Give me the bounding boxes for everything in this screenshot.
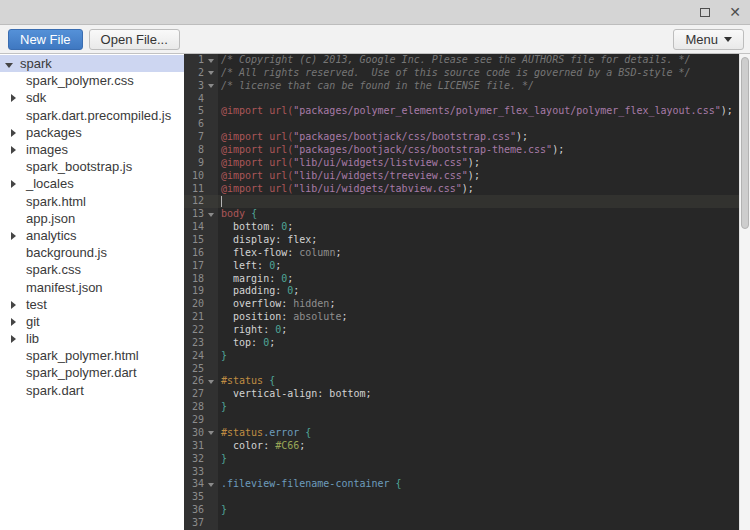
code-line-8[interactable]: 8@import url("packages/bootjack/css/boot… <box>184 144 739 157</box>
folder-expand-arrow-icon[interactable] <box>11 314 21 329</box>
line-number: 4 <box>184 93 204 106</box>
sidebar-file-spark.html[interactable]: spark.html <box>0 193 184 210</box>
menu-button[interactable]: Menu <box>673 29 744 50</box>
code-line-20[interactable]: 20 overflow: hidden; <box>184 298 739 311</box>
line-number: 15 <box>184 234 204 247</box>
sidebar-folder-analytics[interactable]: analytics <box>0 227 184 244</box>
code-editor[interactable]: 1/* Copyright (c) 2013, Google Inc. Plea… <box>184 54 739 530</box>
sidebar-folder-test[interactable]: test <box>0 296 184 313</box>
gutter-cell: 1 <box>184 54 218 67</box>
code-line-19[interactable]: 19 padding: 0; <box>184 285 739 298</box>
code-line-35[interactable]: 35 <box>184 491 739 504</box>
sidebar-file-spark_polymer.dart[interactable]: spark_polymer.dart <box>0 364 184 381</box>
sidebar-file-spark_polymer.css[interactable]: spark_polymer.css <box>0 72 184 89</box>
maximize-button[interactable] <box>690 0 720 24</box>
fold-spacer <box>204 388 217 401</box>
code-line-27[interactable]: 27 vertical-align: bottom; <box>184 388 739 401</box>
sidebar-file-background.js[interactable]: background.js <box>0 244 184 261</box>
code-line-36[interactable]: 36} <box>184 504 739 517</box>
folder-expand-arrow-icon[interactable] <box>11 228 21 243</box>
folder-expand-arrow-icon[interactable] <box>11 142 21 157</box>
sidebar-file-spark.css[interactable]: spark.css <box>0 261 184 278</box>
fold-arrow-icon[interactable] <box>204 427 217 440</box>
code-line-6[interactable]: 6 <box>184 118 739 131</box>
folder-collapse-arrow-icon[interactable] <box>5 56 15 71</box>
code-line-4[interactable]: 4 <box>184 93 739 106</box>
gutter-cell: 15 <box>184 234 218 247</box>
sidebar-folder-git[interactable]: git <box>0 313 184 330</box>
tree-item-label: spark_polymer.html <box>26 348 139 363</box>
fold-spacer <box>204 195 217 208</box>
code-text: /* license that can be found in the LICE… <box>218 80 739 93</box>
code-line-15[interactable]: 15 display: flex; <box>184 234 739 247</box>
sidebar-folder-sdk[interactable]: sdk <box>0 89 184 106</box>
fold-arrow-icon[interactable] <box>204 478 217 491</box>
code-line-16[interactable]: 16 flex-flow: column; <box>184 247 739 260</box>
gutter-cell: 24 <box>184 350 218 363</box>
code-line-2[interactable]: 2/* All rights reserved. Use of this sou… <box>184 67 739 80</box>
sidebar-file-spark_polymer.html[interactable]: spark_polymer.html <box>0 347 184 364</box>
code-line-31[interactable]: 31 color: #C66; <box>184 440 739 453</box>
fold-spacer <box>204 414 217 427</box>
code-line-28[interactable]: 28} <box>184 401 739 414</box>
code-line-26[interactable]: 26#status { <box>184 375 739 388</box>
folder-expand-arrow-icon[interactable] <box>11 176 21 191</box>
sidebar-file-spark_bootstrap.js[interactable]: spark_bootstrap.js <box>0 158 184 175</box>
code-line-37[interactable]: 37 <box>184 517 739 530</box>
sidebar-folder-spark[interactable]: spark <box>0 55 184 72</box>
code-line-33[interactable]: 33 <box>184 466 739 479</box>
fold-spacer <box>204 260 217 273</box>
code-line-9[interactable]: 9@import url("lib/ui/widgets/listview.cs… <box>184 157 739 170</box>
folder-expand-arrow-icon[interactable] <box>11 125 21 140</box>
code-line-18[interactable]: 18 margin: 0; <box>184 273 739 286</box>
code-line-10[interactable]: 10@import url("lib/ui/widgets/treeview.c… <box>184 170 739 183</box>
code-line-7[interactable]: 7@import url("packages/bootjack/css/boot… <box>184 131 739 144</box>
code-line-12[interactable]: 12 <box>184 195 739 208</box>
code-line-22[interactable]: 22 right: 0; <box>184 324 739 337</box>
open-file-button[interactable]: Open File... <box>89 29 180 50</box>
new-file-button[interactable]: New File <box>8 29 83 50</box>
line-number: 37 <box>184 517 204 530</box>
code-line-3[interactable]: 3/* license that can be found in the LIC… <box>184 80 739 93</box>
code-line-34[interactable]: 34.fileview-filename-container { <box>184 478 739 491</box>
fold-arrow-icon[interactable] <box>204 208 217 221</box>
code-line-24[interactable]: 24} <box>184 350 739 363</box>
sidebar-file-app.json[interactable]: app.json <box>0 210 184 227</box>
sidebar-folder-lib[interactable]: lib <box>0 330 184 347</box>
code-line-13[interactable]: 13body { <box>184 208 739 221</box>
fold-arrow-icon[interactable] <box>204 80 217 93</box>
code-line-5[interactable]: 5@import url("packages/polymer_elements/… <box>184 105 739 118</box>
sidebar-folder-_locales[interactable]: _locales <box>0 175 184 192</box>
line-number: 17 <box>184 260 204 273</box>
code-text: bottom: 0; <box>218 221 739 234</box>
chevron-down-icon <box>724 37 732 42</box>
sidebar-file-spark.dart.precompiled.js[interactable]: spark.dart.precompiled.js <box>0 107 184 124</box>
gutter-cell: 18 <box>184 273 218 286</box>
code-line-29[interactable]: 29 <box>184 414 739 427</box>
fold-arrow-icon[interactable] <box>204 375 217 388</box>
code-line-21[interactable]: 21 position: absolute; <box>184 311 739 324</box>
editor-scrollbar[interactable] <box>739 54 750 530</box>
code-line-30[interactable]: 30#status.error { <box>184 427 739 440</box>
code-line-23[interactable]: 23 top: 0; <box>184 337 739 350</box>
folder-expand-arrow-icon[interactable] <box>11 297 21 312</box>
folder-expand-arrow-icon[interactable] <box>11 331 21 346</box>
code-line-14[interactable]: 14 bottom: 0; <box>184 221 739 234</box>
sidebar-file-spark.dart[interactable]: spark.dart <box>0 382 184 399</box>
gutter-cell: 2 <box>184 67 218 80</box>
code-line-25[interactable]: 25 <box>184 363 739 376</box>
sidebar-folder-packages[interactable]: packages <box>0 124 184 141</box>
close-button[interactable]: ✕ <box>720 0 750 24</box>
line-number: 30 <box>184 427 204 440</box>
folder-expand-arrow-icon[interactable] <box>11 90 21 105</box>
code-line-17[interactable]: 17 left: 0; <box>184 260 739 273</box>
code-line-32[interactable]: 32} <box>184 453 739 466</box>
sidebar-folder-images[interactable]: images <box>0 141 184 158</box>
scrollbar-thumb[interactable] <box>741 57 749 229</box>
code-line-11[interactable]: 11@import url("lib/ui/widgets/tabview.cs… <box>184 183 739 196</box>
sidebar-file-manifest.json[interactable]: manifest.json <box>0 278 184 295</box>
fold-arrow-icon[interactable] <box>204 54 217 67</box>
fold-arrow-icon[interactable] <box>204 67 217 80</box>
code-line-1[interactable]: 1/* Copyright (c) 2013, Google Inc. Plea… <box>184 54 739 67</box>
line-number: 8 <box>184 144 204 157</box>
